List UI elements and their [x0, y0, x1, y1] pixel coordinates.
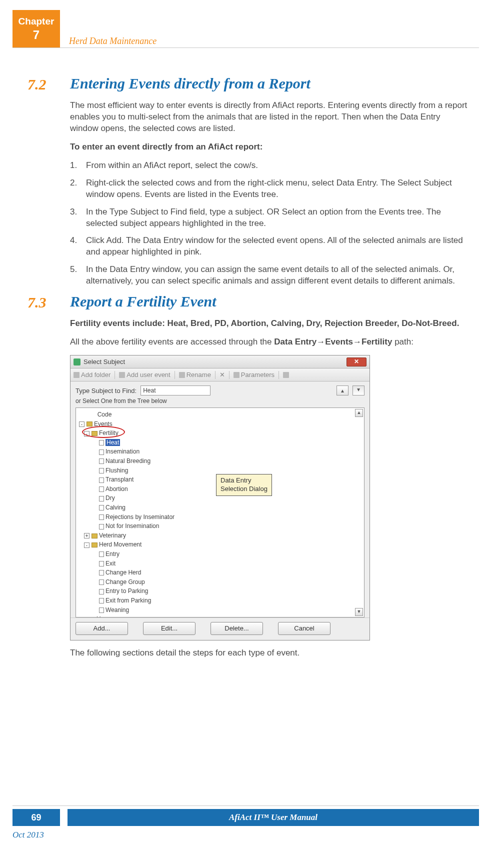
scroll-down-button[interactable]: ▼ — [355, 608, 363, 616]
section-number: 7.2 — [28, 75, 70, 93]
tree-row[interactable]: Change Herd — [79, 568, 361, 578]
document-icon — [99, 552, 104, 557]
folder-icon — [92, 431, 98, 436]
find-next-button[interactable]: ▲ — [352, 386, 364, 396]
section-7-3-body: Fertility events include: Heat, Bred, PD… — [70, 318, 469, 348]
procedure-heading: To enter an event directly from an AfiAc… — [70, 142, 469, 153]
find-prev-button[interactable]: ▲ — [336, 386, 348, 396]
tree-row[interactable]: Exit from Parking — [79, 596, 361, 606]
folder-icon — [92, 542, 98, 548]
folder-icon — [92, 534, 98, 538]
find-input[interactable]: Heat — [140, 386, 210, 396]
document-icon — [99, 478, 104, 483]
document-icon — [99, 570, 104, 576]
tree-row[interactable]: Insemination — [79, 447, 361, 456]
folder-icon — [86, 422, 92, 426]
tree-row[interactable]: Rejections by Inseminator — [79, 512, 361, 522]
tree-row[interactable]: +Veterinary — [79, 531, 361, 540]
dialog-titlebar: Select Subject ✕ — [70, 356, 370, 368]
tree-row[interactable]: User — [79, 614, 361, 618]
subject-tree[interactable]: Data Entry Selection Dialog ▲ ▼ Code -Ev… — [76, 408, 364, 618]
dialog-buttons: Add... Edit... Delete... Cancel — [70, 618, 370, 640]
window-icon — [74, 358, 80, 366]
options-icon — [283, 372, 289, 378]
tree-row[interactable]: -Events — [79, 420, 361, 429]
document-icon — [99, 450, 104, 455]
subheading: Fertility events include: Heat, Bred, PD… — [70, 318, 469, 330]
tree-row[interactable]: Natural Breeding — [79, 456, 361, 466]
delete-button[interactable]: Delete... — [210, 622, 263, 635]
section-number: 7.3 — [28, 293, 70, 311]
tree-row[interactable]: Code — [79, 410, 361, 420]
intro-paragraph: The most efficient way to enter events i… — [70, 100, 469, 134]
top-rule — [12, 48, 479, 48]
document-icon — [99, 608, 104, 613]
footer-date: Oct 2013 — [12, 830, 44, 840]
breadcrumb: Herd Data Maintenance — [69, 36, 156, 46]
scroll-up-button[interactable]: ▲ — [355, 409, 363, 417]
section-title: Report a Fertility Event — [70, 293, 216, 311]
document-icon — [99, 486, 104, 492]
tree-row[interactable]: Weaning — [79, 606, 361, 615]
section-7-2-heading: 7.2 Entering Events directly from a Repo… — [28, 75, 469, 93]
tree-row[interactable]: Exit — [79, 559, 361, 568]
section-7-3-heading: 7.3 Report a Fertility Event — [28, 293, 469, 311]
parameters-button[interactable]: Parameters — [234, 371, 274, 378]
add-folder-button[interactable]: Add folder — [74, 371, 110, 378]
find-label: Type Subject to Find: — [76, 387, 136, 394]
document-icon — [99, 580, 104, 585]
find-subtext: or Select One from the Tree below — [76, 398, 364, 404]
document-icon — [99, 458, 104, 464]
list-item: 5.In the Data Entry window, you can assi… — [70, 264, 469, 287]
rename-button[interactable]: Rename — [179, 371, 211, 378]
document-icon — [99, 598, 104, 604]
list-item: 2.Right-click the selected cows and from… — [70, 178, 469, 200]
tree-row[interactable]: Entry to Parking — [79, 586, 361, 596]
tree-row[interactable]: Heat — [79, 438, 361, 448]
after-figure-text: The following sections detail the steps … — [70, 648, 469, 659]
dialog-body: Type Subject to Find: Heat ▲ ▲ or Select… — [70, 382, 370, 618]
add-user-event-button[interactable]: Add user event — [119, 371, 170, 378]
page-content: 7.2 Entering Events directly from a Repo… — [28, 75, 469, 666]
folder-icon — [89, 617, 95, 618]
rename-icon — [179, 372, 185, 378]
tree-row[interactable]: Entry — [79, 550, 361, 559]
section-7-2-body: The most efficient way to enter events i… — [70, 100, 469, 287]
close-icon[interactable]: ✕ — [346, 358, 366, 366]
gear-icon — [234, 372, 240, 378]
footer-title: AfiAct II™ User Manual — [68, 809, 479, 826]
document-icon — [99, 524, 104, 530]
chapter-tab: Chapter 7 — [12, 10, 60, 48]
annotation-callout: Data Entry Selection Dialog — [216, 474, 272, 496]
cancel-button[interactable]: Cancel — [278, 622, 330, 635]
find-row: Type Subject to Find: Heat ▲ ▲ — [76, 386, 364, 396]
tree-row[interactable]: -Herd Movement — [79, 540, 361, 550]
list-item: 3.In the Type Subject to Find field, typ… — [70, 206, 469, 230]
document-icon — [99, 589, 104, 594]
add-button[interactable]: Add... — [76, 622, 128, 635]
tree-row[interactable]: -Fertility — [79, 428, 361, 438]
document-icon — [99, 514, 104, 520]
footer-rule — [12, 806, 479, 806]
list-item: 4.Click Add. The Data Entry window for t… — [70, 235, 469, 258]
document-icon — [99, 505, 104, 510]
delete-toolbar-button[interactable]: ✕ — [220, 371, 225, 378]
chapter-number: 7 — [12, 28, 60, 42]
dialog-toolbar: Add folder Add user event Rename ✕ Param… — [70, 368, 370, 382]
extra-button[interactable] — [283, 372, 289, 378]
edit-button[interactable]: Edit... — [143, 622, 196, 635]
folder-icon — [74, 372, 80, 378]
document-icon — [119, 372, 125, 378]
document-icon — [99, 561, 104, 566]
document-icon — [99, 440, 104, 446]
document-icon — [99, 496, 104, 502]
chapter-label: Chapter — [12, 16, 60, 27]
tree-row[interactable]: Calving — [79, 503, 361, 512]
select-subject-dialog: Select Subject ✕ Add folder Add user eve… — [70, 355, 370, 640]
path-paragraph: All the above fertility events are acces… — [70, 336, 469, 348]
list-item: 1.From within an AfiAct report, select t… — [70, 160, 469, 172]
document-icon — [99, 468, 104, 474]
procedure-steps: 1.From within an AfiAct report, select t… — [70, 160, 469, 287]
tree-row[interactable]: Not for Insemination — [79, 522, 361, 531]
tree-row[interactable]: Change Group — [79, 578, 361, 587]
